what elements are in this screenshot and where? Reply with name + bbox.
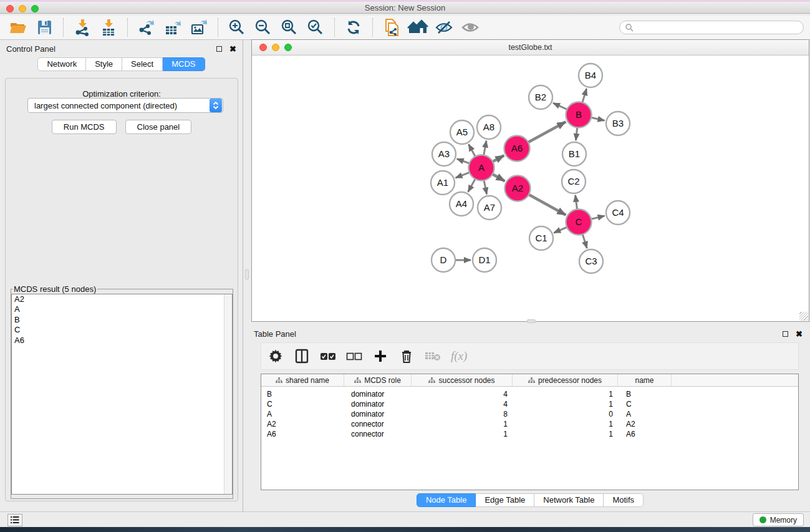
table-cell[interactable]: 4 (412, 400, 513, 409)
table-row[interactable]: A2connector11A2 (261, 419, 798, 429)
table-cell[interactable]: connector (344, 420, 412, 428)
table-cell[interactable]: C (261, 400, 344, 409)
graph-node-B4[interactable]: B4 (579, 64, 602, 87)
graph-node-C4[interactable]: C4 (606, 201, 630, 225)
table-cell[interactable]: A6 (618, 430, 672, 438)
search-input[interactable] (637, 23, 798, 32)
minimize-window-button[interactable] (19, 5, 26, 12)
close-panel-button[interactable]: Close panel (125, 120, 192, 134)
table-cell[interactable]: connector (344, 430, 412, 438)
graph-node-B2[interactable]: B2 (529, 85, 552, 109)
table-cell[interactable]: A (618, 410, 672, 418)
export-network-icon[interactable] (135, 17, 158, 38)
graph-node-B[interactable]: B (566, 102, 592, 128)
table-cell[interactable]: 1 (513, 400, 618, 409)
table-cell[interactable]: 4 (412, 390, 513, 399)
result-item[interactable]: A6 (12, 336, 232, 346)
zoom-out-icon[interactable] (251, 17, 275, 38)
table-tab-network-table[interactable]: Network Table (534, 493, 604, 507)
float-panel-icon[interactable] (216, 46, 222, 52)
graph-node-B1[interactable]: B1 (562, 142, 586, 166)
tab-style[interactable]: Style (86, 57, 122, 71)
result-item[interactable]: A (12, 304, 232, 314)
select-all-icon[interactable] (320, 346, 336, 367)
graph-node-D[interactable]: D (432, 248, 455, 272)
graph-node-A2[interactable]: A2 (505, 176, 531, 201)
export-table-icon[interactable] (161, 17, 185, 38)
graph-node-D1[interactable]: D1 (473, 248, 496, 272)
column-header-name[interactable]: name (618, 374, 672, 386)
table-tab-motifs[interactable]: Motifs (604, 493, 644, 507)
mcds-result-list[interactable]: A2ABCA6 (11, 294, 233, 495)
zoom-in-icon[interactable] (225, 17, 249, 38)
graph-node-A4[interactable]: A4 (450, 192, 473, 216)
result-scrollbar[interactable] (224, 294, 232, 494)
tab-network[interactable]: Network (37, 57, 86, 71)
table-tab-node-table[interactable]: Node Table (417, 493, 476, 507)
hide-panels-icon[interactable] (432, 17, 456, 38)
column-visibility-icon[interactable] (294, 346, 310, 367)
minimize-network-button[interactable] (272, 44, 279, 51)
float-table-panel-icon[interactable] (783, 331, 788, 337)
maximize-network-button[interactable] (284, 44, 292, 51)
graph-node-A6[interactable]: A6 (504, 136, 530, 162)
table-cell[interactable]: 1 (513, 420, 618, 428)
import-table-icon[interactable] (97, 17, 120, 38)
zoom-selected-icon[interactable] (304, 17, 327, 38)
column-header-predecessor-nodes[interactable]: predecessor nodes (513, 374, 618, 386)
table-cell[interactable]: A2 (618, 420, 672, 428)
add-icon[interactable] (372, 346, 388, 367)
graph-node-C[interactable]: C (566, 210, 592, 235)
open-file-icon[interactable] (6, 17, 30, 38)
table-row[interactable]: Bdominator41B (261, 389, 798, 399)
run-mcds-button[interactable]: Run MCDS (52, 120, 117, 134)
table-cell[interactable]: 8 (412, 410, 513, 418)
table-cell[interactable]: 1 (513, 430, 618, 438)
graph-node-A3[interactable]: A3 (432, 142, 456, 166)
graph-node-B3[interactable]: B3 (606, 112, 630, 135)
result-item[interactable]: B (12, 315, 232, 325)
table-row[interactable]: Cdominator41C (261, 399, 798, 409)
zoom-fit-icon[interactable] (277, 17, 301, 38)
delete-trash-icon[interactable] (398, 346, 415, 367)
graph-node-C1[interactable]: C1 (529, 226, 553, 250)
graph-node-C2[interactable]: C2 (562, 170, 586, 193)
tab-select[interactable]: Select (122, 57, 163, 71)
table-cell[interactable]: A2 (261, 420, 344, 428)
column-header-MCDS-role[interactable]: MCDS role (344, 374, 412, 386)
table-cell[interactable]: A6 (261, 430, 344, 438)
table-cell[interactable]: 1 (412, 420, 513, 428)
table-cell[interactable]: dominator (344, 410, 412, 418)
graph-node-A1[interactable]: A1 (431, 171, 455, 195)
close-network-button[interactable] (259, 44, 267, 51)
optimization-dropdown[interactable]: largest connected component (directed) (27, 98, 223, 113)
table-cell[interactable]: 1 (513, 390, 618, 399)
deselect-all-icon[interactable] (346, 346, 362, 367)
table-cell[interactable]: A (261, 410, 344, 418)
show-panels-icon[interactable] (458, 17, 482, 38)
result-item[interactable]: A2 (12, 294, 232, 304)
task-history-button[interactable] (7, 514, 22, 526)
graph-node-A7[interactable]: A7 (478, 196, 501, 220)
node-table[interactable]: shared nameMCDS rolesuccessor nodesprede… (261, 374, 799, 490)
splitter-handle-bottom[interactable] (527, 319, 536, 323)
table-tab-edge-table[interactable]: Edge Table (476, 493, 534, 507)
close-window-button[interactable] (6, 5, 14, 12)
network-overview-icon[interactable] (406, 17, 430, 38)
duplicate-network-icon[interactable] (380, 17, 403, 38)
result-item[interactable]: C (12, 325, 232, 335)
settings-gear-icon[interactable] (268, 346, 284, 367)
graph-node-A8[interactable]: A8 (477, 115, 501, 139)
table-cell[interactable]: 1 (412, 430, 513, 438)
close-table-panel-icon[interactable]: ✖ (796, 331, 803, 337)
table-cell[interactable]: B (261, 390, 344, 399)
network-graph[interactable]: AA1A2A3A4A5A6A7A8BB1B2B3B4CC1C2C3C4DD1 (252, 56, 809, 321)
graph-node-A[interactable]: A (469, 155, 494, 181)
maximize-window-button[interactable] (31, 5, 39, 12)
window-resize-grip[interactable] (799, 312, 808, 321)
table-cell[interactable]: dominator (344, 400, 412, 409)
table-cell[interactable]: C (618, 400, 672, 409)
table-cell[interactable]: dominator (344, 390, 412, 399)
table-cell[interactable]: 0 (513, 410, 618, 418)
export-image-icon[interactable] (187, 17, 211, 38)
